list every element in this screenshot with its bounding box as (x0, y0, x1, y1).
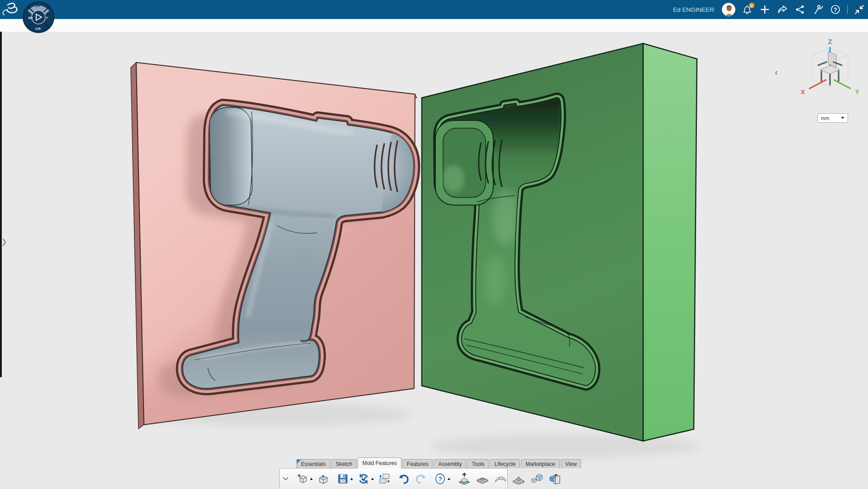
expand-left-panel-chevron-icon[interactable]: ❯ (1, 238, 7, 246)
3d-scene[interactable] (0, 0, 868, 489)
triad-chair-glyph (818, 52, 842, 85)
tab-marketplace[interactable]: Marketplace (521, 459, 559, 468)
tab-sketch[interactable]: Sketch (331, 459, 357, 468)
collapse-right-panel-chevron-icon[interactable]: ‹ (775, 67, 778, 77)
dassault-3ds-logo[interactable] (1, 1, 20, 18)
tab-lifecycle[interactable]: Lifecycle (490, 459, 520, 468)
tab-view[interactable]: View (561, 459, 582, 468)
forward-arrow-icon (777, 4, 788, 15)
tab-assembly[interactable]: Assembly (434, 459, 466, 468)
save-icon (337, 473, 349, 485)
topbar-actions: Ed ENGINEER 1 (673, 0, 865, 19)
notifications-button[interactable]: 1 (741, 4, 753, 15)
save-as-icon (378, 473, 391, 485)
parting-surface-icon (494, 472, 507, 486)
3d-viewport[interactable]: ❯ ‹ Z X Y mm (0, 32, 868, 489)
tab-essentials[interactable]: Essentials (296, 459, 330, 468)
compass-3d-label[interactable]: 3D (28, 16, 33, 20)
user-name[interactable]: Ed ENGINEER (673, 6, 714, 13)
help-tool-button[interactable]: ? (432, 470, 453, 489)
units-caret-icon (841, 117, 844, 119)
y-axis-label[interactable]: Y (855, 88, 859, 96)
share-network-button[interactable] (794, 4, 806, 15)
help-icon: ? (830, 4, 841, 15)
help-tool-icon: ? (434, 473, 446, 485)
shutoff-surface-button[interactable] (473, 470, 491, 489)
units-dropdown[interactable]: mm (817, 113, 848, 123)
cavity-highlight-3 (486, 256, 506, 306)
help-flyout-arrow[interactable] (448, 478, 450, 480)
svg-text:?: ? (834, 7, 837, 13)
collapsed-left-panel[interactable] (0, 32, 2, 377)
collapse-arrows-icon (854, 5, 864, 14)
mold-open-icon (458, 472, 471, 486)
essentials-corner-flag (297, 460, 301, 464)
notification-badge: 1 (749, 3, 754, 8)
sync-flyout-arrow[interactable] (371, 478, 374, 480)
cavity-block-ground-shadow (430, 434, 701, 458)
collapse-window-button[interactable] (854, 4, 865, 15)
compass-play-button[interactable] (32, 10, 45, 24)
orientation-triad[interactable]: Z X Y (795, 38, 865, 106)
user-avatar[interactable] (722, 3, 735, 16)
cavity-block-right-face[interactable] (643, 43, 697, 441)
toolbar-collapse-chevron-icon[interactable] (281, 470, 291, 489)
sync-button[interactable] (355, 470, 376, 489)
save-as-button[interactable] (376, 470, 393, 489)
person-icon (812, 4, 823, 15)
tooling-split-icon (512, 472, 525, 486)
new-part-icon (296, 473, 309, 485)
avatar-photo (722, 3, 735, 16)
svg-text:?: ? (438, 475, 442, 483)
svg-text:1: 1 (751, 4, 753, 8)
x-axis-label[interactable]: X (801, 88, 805, 96)
sync-icon (358, 473, 370, 485)
header-lower-strip (0, 19, 868, 32)
units-value: mm (821, 115, 829, 121)
ribbon-tabs: Essentials Sketch Mold Features Features… (296, 458, 582, 468)
save-button[interactable] (334, 470, 355, 489)
mold-cavity-block[interactable] (422, 43, 697, 441)
scale-icon (530, 472, 544, 486)
help-button[interactable]: ? (830, 4, 841, 15)
add-button[interactable] (759, 4, 771, 15)
cavity-button[interactable] (546, 470, 564, 489)
compass-vr-label[interactable]: V.R (35, 27, 41, 31)
share-forward-button[interactable] (777, 4, 788, 15)
cavity-icon (548, 472, 562, 486)
communities-button[interactable] (812, 4, 824, 15)
tab-tools[interactable]: Tools (467, 459, 489, 468)
topbar-divider (847, 5, 848, 14)
part-nose-face (209, 107, 253, 206)
save-flyout-arrow[interactable] (350, 478, 353, 480)
redo-button[interactable] (412, 470, 429, 489)
cavity-nose-glow (443, 165, 464, 192)
redo-icon (415, 473, 427, 485)
3dexperience-compass[interactable]: 3D i' V.R (22, 0, 55, 34)
new-button[interactable] (294, 470, 315, 489)
new-flyout-arrow[interactable] (310, 478, 313, 480)
undo-button[interactable] (396, 470, 412, 489)
plus-icon (760, 5, 770, 14)
tooling-split-button[interactable] (510, 470, 528, 489)
undo-icon (398, 473, 410, 485)
open-icon (317, 473, 329, 485)
parting-surface-button[interactable] (491, 470, 510, 489)
shutoff-surface-icon (476, 472, 489, 486)
tab-features[interactable]: Features (402, 459, 433, 468)
ribbon-toolbar: ? (279, 468, 508, 489)
mold-open-button[interactable] (455, 470, 473, 489)
tab-mold-features[interactable]: Mold Features (358, 457, 401, 468)
share-nodes-icon (795, 5, 805, 14)
open-button[interactable] (315, 470, 332, 489)
bottom-ribbon: Essentials Sketch Mold Features Features… (279, 458, 582, 489)
mold-core-block[interactable] (131, 62, 417, 429)
scale-button[interactable] (528, 470, 546, 489)
z-axis-label[interactable]: Z (828, 38, 832, 45)
